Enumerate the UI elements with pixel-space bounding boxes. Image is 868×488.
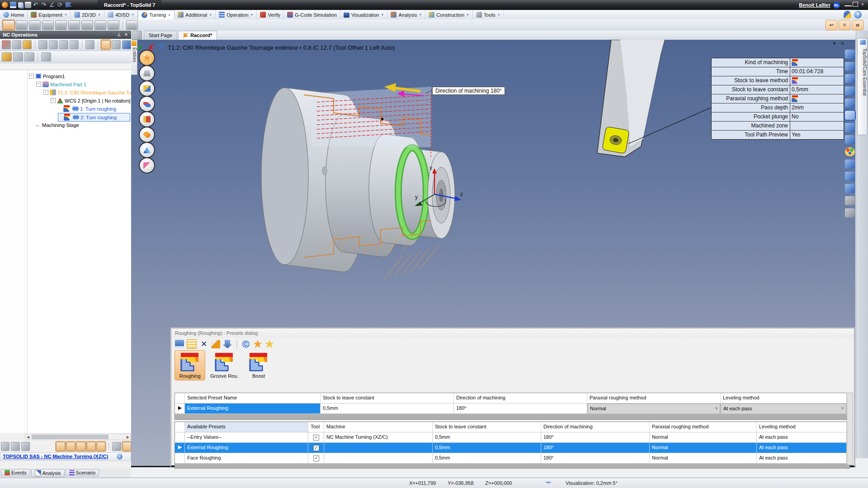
document-icon[interactable] (49, 40, 58, 49)
tab-caret-icon[interactable]: ▼ (419, 13, 422, 16)
tab-equipment[interactable]: Equipment▼ (28, 10, 71, 19)
stock-cell[interactable]: 0,5mm (321, 404, 454, 413)
paraxial-cell[interactable]: Normal (650, 453, 757, 463)
leveling-cell[interactable]: At each pass (757, 453, 847, 463)
tool-checkbox[interactable]: ✓ (313, 455, 319, 461)
tab-caret-icon[interactable]: ▼ (381, 13, 384, 16)
tool-checkbox[interactable]: ✓ (313, 435, 319, 441)
expand-toggle-icon[interactable]: − (51, 98, 56, 103)
tab-turning[interactable]: Turning▼ (138, 10, 175, 19)
cam-essential-tab[interactable]: TopSolid'Cam Essential (857, 38, 868, 135)
tab-caret-icon[interactable]: ▼ (168, 14, 171, 17)
column-header[interactable] (175, 393, 185, 403)
paraxial-cell[interactable]: Normal (650, 443, 757, 453)
preset-table-row[interactable]: Face Roughing✓0,5mm180°NormalAt each pas… (175, 453, 849, 464)
paraxial-dropdown[interactable]: Normal∨ (587, 404, 720, 413)
milling-icon[interactable] (2, 40, 11, 49)
viewbar-menu-icon[interactable]: ▼ (832, 41, 837, 47)
tree-expand-icon[interactable] (11, 442, 19, 451)
measure-icon[interactable]: ∠ (49, 2, 56, 8)
zoom-window-icon[interactable] (845, 111, 855, 120)
tab-events[interactable]: Events (1, 469, 30, 476)
workflow-icon[interactable] (123, 442, 131, 451)
chevron-down-icon[interactable]: ∨ (715, 406, 718, 413)
tab-4d-5d[interactable]: 4D/5D▼ (104, 10, 138, 19)
restore-button[interactable] (853, 2, 858, 7)
star-undo-icon[interactable] (265, 340, 274, 348)
tree-collapse-icon[interactable] (1, 442, 9, 451)
wizard-icon[interactable] (23, 40, 32, 49)
machine-link[interactable]: TOPSOLID SAS - NC Machine Turning (XZ/C) (3, 454, 108, 459)
star-redo-icon[interactable] (253, 340, 262, 348)
quick-search-icon[interactable] (844, 11, 851, 19)
info-icon[interactable]: i (117, 454, 123, 460)
turning-op-icon[interactable] (29, 20, 41, 30)
doc-tab-raccord-[interactable]: Raccord* (178, 31, 217, 40)
search-binoculars-icon[interactable]: ꙫ (852, 20, 863, 30)
tab-analysis[interactable]: Analysis (31, 469, 65, 477)
tab-caret-icon[interactable]: ▼ (466, 13, 469, 16)
wcs-axes-icon[interactable] (97, 442, 105, 451)
preset-name-cell[interactable]: External Roughing (185, 443, 308, 453)
tab-caret-icon[interactable]: ▼ (250, 13, 254, 16)
selection-arrows-icon[interactable] (845, 208, 855, 217)
column-header[interactable]: Tool (308, 422, 324, 432)
reset-icon[interactable]: Ⓒ (241, 340, 250, 348)
machine-folder-icon[interactable] (59, 40, 68, 49)
viewbar-close-icon[interactable]: ✕ (840, 41, 844, 47)
preset-table-row[interactable]: ▶External Roughing✓0,5mm180°NormalAt eac… (175, 443, 849, 453)
expand-toggle-icon[interactable]: − (29, 74, 34, 79)
expand-toggle-icon[interactable]: − (36, 82, 41, 87)
turning-op-icon[interactable] (42, 20, 54, 30)
column-header[interactable]: Paraxial roughing method (650, 422, 757, 432)
machine-cell[interactable] (324, 443, 433, 453)
column-header[interactable]: Selected Preset Name (185, 393, 321, 403)
dialog-scrollbar[interactable] (847, 393, 853, 465)
user-avatar[interactable]: BL (833, 2, 840, 9)
preset-table-row[interactable]: --Entry Values--✓NC Machine Turning (XZ/… (175, 432, 849, 443)
column-header[interactable]: Leveling method (721, 393, 847, 403)
stock-cell[interactable]: 0,5mm (433, 453, 541, 463)
print-icon[interactable] (38, 40, 47, 49)
preset-name-cell[interactable]: --Entry Values-- (185, 432, 308, 442)
tab-verify[interactable]: Verify (257, 10, 284, 19)
turning-op-icon[interactable] (108, 20, 119, 30)
grid-icon[interactable] (187, 339, 197, 349)
tree-item-machining-stage[interactable]: →Machining Stage (29, 121, 79, 129)
expand-toggle-icon[interactable]: − (43, 90, 48, 95)
column-header[interactable]: Direction of machining (541, 422, 650, 432)
tab-visualization[interactable]: Visualization▼ (340, 10, 388, 19)
hide-screen-icon[interactable] (845, 135, 855, 144)
turning-op-icon[interactable] (3, 20, 14, 30)
minimize-button[interactable] (844, 1, 852, 6)
stock-icon[interactable] (66, 442, 75, 451)
turning-extra-icon[interactable] (126, 20, 138, 30)
preset-name-cell[interactable]: Face Roughing (185, 453, 308, 463)
leveling-cell[interactable]: At each pass (757, 432, 847, 442)
turning-op-icon[interactable] (94, 20, 106, 30)
column-header[interactable]: Available Presets (185, 422, 308, 432)
copy-icon[interactable] (18, 2, 23, 8)
view-next-icon[interactable] (845, 86, 855, 95)
pan-icon[interactable] (845, 50, 855, 59)
tab-2d-3d[interactable]: 2D/3D▼ (71, 10, 104, 19)
machine-display-icon[interactable] (845, 196, 855, 205)
print-icon[interactable] (25, 2, 31, 8)
tree-item-machined-part-1[interactable]: −Machined Part 1 (36, 80, 86, 88)
leveling-dropdown[interactable]: At each pass∨ (721, 404, 846, 413)
step-icon[interactable] (112, 442, 121, 451)
preset-name-cell[interactable]: External Roughing (185, 404, 320, 413)
tree-check-icon[interactable] (21, 442, 30, 451)
tab-g-code-simulation[interactable]: G-Code Simulation (284, 10, 340, 19)
turning-op-icon[interactable] (55, 20, 67, 30)
sort-arrows-icon[interactable] (122, 40, 131, 49)
save-icon[interactable] (175, 340, 184, 348)
user-link[interactable]: Benoit Lallier (799, 2, 830, 8)
topsolid-logo-icon[interactable] (2, 2, 8, 8)
undo-view-icon[interactable]: ↩ (826, 20, 837, 30)
synchronize-icon[interactable] (85, 40, 94, 49)
tab-additional[interactable]: Additional▼ (175, 10, 216, 19)
selected-preset-row[interactable]: ▶External Roughing0,5mm180°Normal∨At eac… (175, 404, 849, 414)
rotate-icon[interactable] (845, 62, 855, 71)
machine-cell[interactable] (324, 453, 433, 463)
